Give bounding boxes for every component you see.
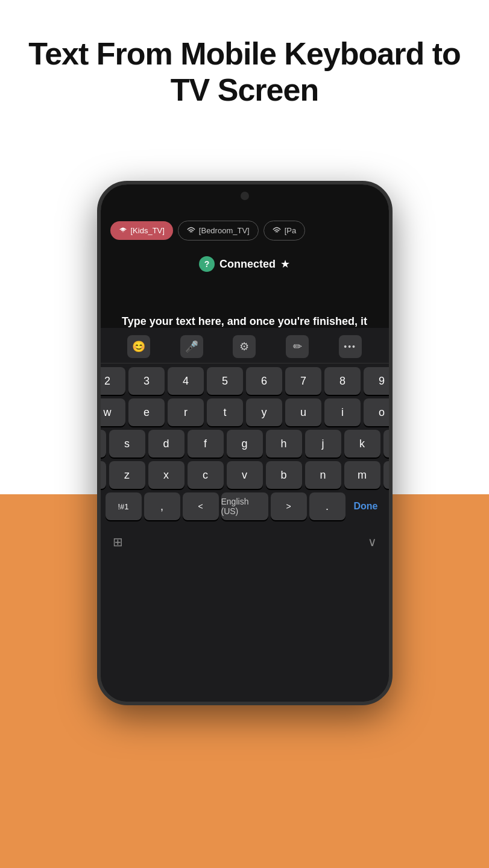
key-u[interactable]: u <box>285 398 321 426</box>
phone-screen: [Kids_TV] [Bedroom_TV] [Pa ? Connected ★ <box>101 184 389 702</box>
key-m[interactable]: m <box>344 461 380 489</box>
key-5[interactable]: 5 <box>207 367 243 395</box>
wifi-icon-bedroom <box>187 227 195 235</box>
key-h[interactable]: h <box>266 430 302 458</box>
key-n[interactable]: n <box>305 461 341 489</box>
wifi-icon-pa <box>273 227 281 235</box>
tab-kids-tv-label: [Kids_TV] <box>131 226 165 235</box>
page-title: Text From Mobile Keyboard to TV Screen <box>0 0 489 127</box>
comma-key[interactable]: , <box>144 492 180 520</box>
key-8[interactable]: 8 <box>324 367 361 395</box>
key-l[interactable]: l <box>383 430 389 458</box>
zxcv-row: ⇧ z x c v b n m ⌫ <box>106 461 384 489</box>
key-y[interactable]: y <box>246 398 282 426</box>
key-f[interactable]: f <box>188 430 224 458</box>
phone-notch <box>241 192 249 200</box>
key-9[interactable]: 9 <box>364 367 389 395</box>
key-o[interactable]: o <box>364 398 389 426</box>
asdf-row: a s d f g h j k l <box>106 430 384 458</box>
wifi-icon-kids <box>119 227 127 235</box>
tab-kids-tv[interactable]: [Kids_TV] <box>110 221 173 240</box>
connected-icon: ? <box>199 256 215 272</box>
tab-bedroom-tv[interactable]: [Bedroom_TV] <box>178 221 259 241</box>
mic-icon[interactable]: 🎤 <box>180 335 203 358</box>
key-g[interactable]: g <box>227 430 263 458</box>
right-arrow-key[interactable]: > <box>271 492 307 520</box>
qwerty-row: q w e r t y u i o p <box>106 398 384 426</box>
key-d[interactable]: d <box>148 430 185 458</box>
key-6[interactable]: 6 <box>246 367 282 395</box>
symbols-key[interactable]: !#1 <box>106 492 142 520</box>
bluetooth-icon: ★ <box>280 257 290 271</box>
key-k[interactable]: k <box>344 430 380 458</box>
key-j[interactable]: j <box>305 430 341 458</box>
key-3[interactable]: 3 <box>128 367 165 395</box>
tab-pa[interactable]: [Pa <box>263 221 306 241</box>
key-r[interactable]: r <box>168 398 204 426</box>
key-b[interactable]: b <box>266 461 302 489</box>
key-7[interactable]: 7 <box>285 367 321 395</box>
tab-bedroom-tv-label: [Bedroom_TV] <box>199 226 250 235</box>
backspace-key[interactable]: ⌫ <box>383 461 389 489</box>
more-icon[interactable]: ••• <box>339 335 362 358</box>
phone-mockup: [Kids_TV] [Bedroom_TV] [Pa ? Connected ★ <box>97 181 393 705</box>
key-e[interactable]: e <box>128 398 165 426</box>
period-key[interactable]: . <box>309 492 345 520</box>
shift-key[interactable]: ⇧ <box>101 461 106 489</box>
keyboard: 😊 🎤 ⚙ ✏ ••• 1 2 3 4 5 6 7 8 9 <box>101 328 389 702</box>
key-s[interactable]: s <box>109 430 145 458</box>
tab-pa-label: [Pa <box>285 226 297 235</box>
settings-icon[interactable]: ⚙ <box>233 335 256 358</box>
key-i[interactable]: i <box>324 398 361 426</box>
grid-icon[interactable]: ⊞ <box>113 535 123 549</box>
done-key[interactable]: Done <box>348 492 384 520</box>
connected-label: Connected <box>219 258 276 271</box>
key-c[interactable]: c <box>188 461 224 489</box>
bottom-row: !#1 , < English (US) > . Done <box>106 492 384 520</box>
key-t[interactable]: t <box>207 398 243 426</box>
keyboard-toolbar: 😊 🎤 ⚙ ✏ ••• <box>101 328 389 363</box>
key-w[interactable]: w <box>101 398 126 426</box>
key-2[interactable]: 2 <box>101 367 126 395</box>
keyboard-rows: 1 2 3 4 5 6 7 8 9 0 q w e r t <box>101 363 389 527</box>
chevron-down-icon[interactable]: ∨ <box>368 535 377 549</box>
left-arrow-key[interactable]: < <box>183 492 219 520</box>
emoji-icon[interactable]: 😊 <box>127 335 150 358</box>
connected-status: ? Connected ★ <box>101 256 389 272</box>
number-row: 1 2 3 4 5 6 7 8 9 0 <box>106 367 384 395</box>
keyboard-bottom-bar: ⊞ ∨ <box>101 530 389 554</box>
text-style-icon[interactable]: ✏ <box>286 335 309 358</box>
key-v[interactable]: v <box>227 461 263 489</box>
space-key[interactable]: English (US) <box>221 492 268 520</box>
key-x[interactable]: x <box>148 461 185 489</box>
key-a[interactable]: a <box>101 430 106 458</box>
key-4[interactable]: 4 <box>168 367 204 395</box>
key-z[interactable]: z <box>109 461 145 489</box>
